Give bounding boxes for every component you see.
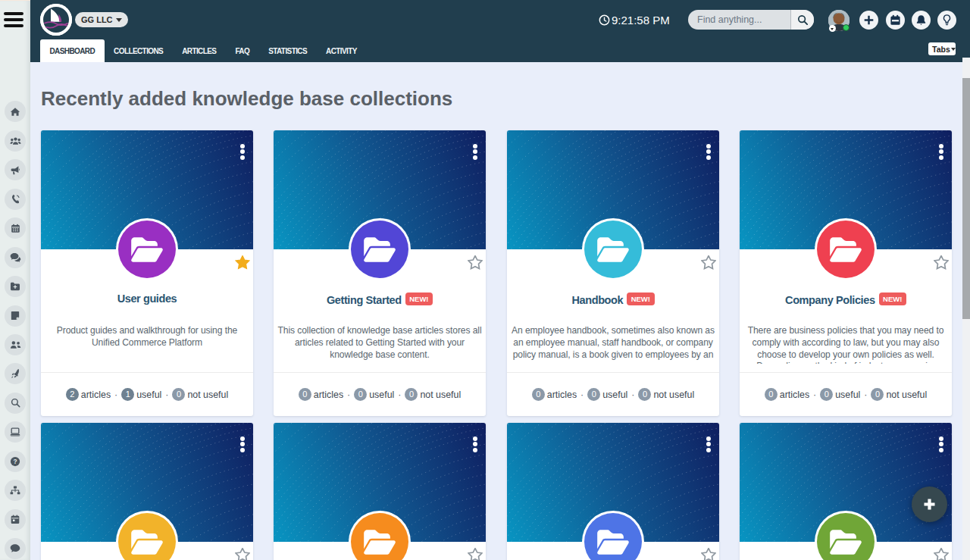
svg-text:?: ? — [13, 457, 17, 465]
